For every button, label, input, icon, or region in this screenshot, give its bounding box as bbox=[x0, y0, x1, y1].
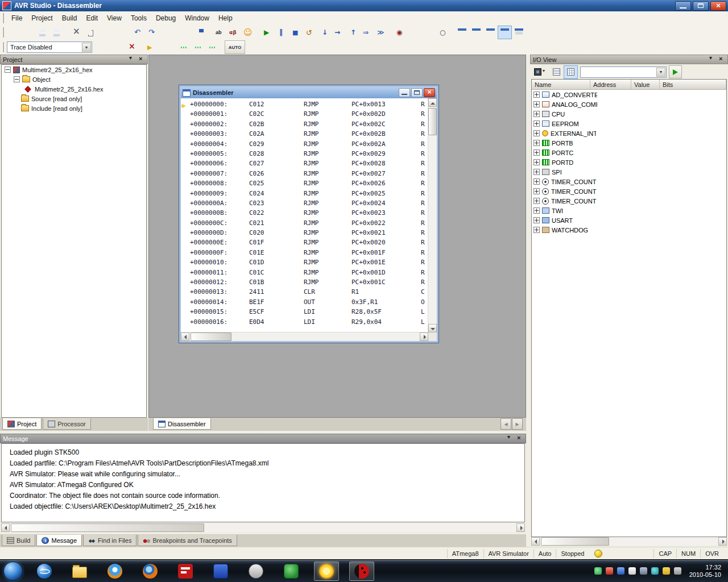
expand-icon[interactable] bbox=[533, 140, 540, 146]
scroll-left-button[interactable] bbox=[181, 332, 189, 341]
trace-on-button[interactable] bbox=[96, 40, 110, 54]
taskbar-media-player[interactable] bbox=[102, 562, 127, 581]
undo-button[interactable] bbox=[131, 26, 145, 39]
io-view-window-button[interactable] bbox=[498, 26, 512, 39]
tab-breakpoints-and-tracepoints[interactable]: Breakpoints and Tracepoints bbox=[138, 535, 237, 546]
disassembly-row[interactable]: +00000004: C029 RJMP PC+0x002A R bbox=[181, 139, 428, 149]
step-out-button[interactable] bbox=[345, 26, 359, 39]
save-button[interactable] bbox=[35, 26, 49, 39]
device-select-button[interactable] bbox=[531, 65, 549, 79]
scroll-up-button[interactable] bbox=[428, 98, 437, 107]
scroll-left-button[interactable] bbox=[531, 537, 540, 546]
project-panel-header[interactable]: Project bbox=[0, 55, 148, 64]
watch-symbols-button[interactable] bbox=[226, 26, 241, 39]
column-header[interactable]: Address bbox=[590, 80, 631, 89]
menu-item[interactable]: Build bbox=[57, 13, 82, 24]
taskbar-firefox[interactable] bbox=[138, 562, 163, 581]
taskbar-app-blue[interactable] bbox=[208, 562, 233, 581]
message-panel-header[interactable]: Message bbox=[0, 434, 526, 443]
toolbar-separator[interactable] bbox=[159, 26, 164, 39]
scrollbar-thumb[interactable] bbox=[191, 332, 231, 341]
menu-item[interactable]: Project bbox=[27, 13, 57, 24]
scrollbar-thumb[interactable] bbox=[11, 523, 204, 532]
tray-icon[interactable] bbox=[640, 567, 647, 575]
auto-button[interactable]: AUTO bbox=[225, 40, 245, 54]
chevron-down-icon[interactable] bbox=[82, 43, 91, 52]
scroll-left-button[interactable] bbox=[1, 523, 10, 532]
pause-button[interactable] bbox=[274, 26, 288, 39]
chevron-down-icon[interactable] bbox=[542, 68, 547, 76]
close-icon[interactable] bbox=[717, 56, 725, 63]
panel-splitter[interactable] bbox=[526, 55, 530, 546]
tab-processor[interactable]: Processor bbox=[43, 418, 91, 430]
disassembly-row[interactable]: +0000000E: C01F RJMP PC+0x0020 R bbox=[181, 238, 428, 247]
watch-window-button[interactable] bbox=[483, 26, 498, 39]
memory-window-button[interactable] bbox=[455, 26, 469, 39]
minimize-button[interactable] bbox=[675, 1, 691, 11]
io-item[interactable]: ANALOG_COMPA bbox=[532, 99, 726, 109]
open-file-button[interactable] bbox=[21, 26, 35, 39]
tray-icon[interactable] bbox=[651, 567, 659, 575]
minimize-button[interactable] bbox=[399, 88, 410, 97]
reset-button[interactable] bbox=[303, 26, 317, 39]
taskbar-clock[interactable]: 17:32 2010-05-10 bbox=[689, 564, 721, 579]
menu-item[interactable]: Tools bbox=[126, 13, 151, 24]
disassembly-row[interactable]: +00000001: C02C RJMP PC+0x002D R bbox=[181, 109, 428, 119]
collapse-icon[interactable] bbox=[14, 76, 20, 82]
disassembly-row[interactable]: +00000002: C02B RJMP PC+0x002C R bbox=[181, 119, 428, 129]
title-bar[interactable]: AVR Studio - Disassembler bbox=[0, 0, 728, 11]
save-all-button[interactable] bbox=[49, 26, 64, 39]
close-button[interactable] bbox=[710, 1, 726, 11]
taskbar-explorer[interactable] bbox=[67, 562, 92, 581]
expand-icon[interactable] bbox=[533, 92, 540, 98]
taskbar-avr-studio[interactable] bbox=[314, 562, 339, 581]
maximize-button[interactable] bbox=[693, 1, 709, 11]
scroll-down-button[interactable] bbox=[428, 324, 437, 332]
expand-icon[interactable] bbox=[533, 130, 540, 136]
expand-icon[interactable] bbox=[533, 188, 540, 194]
menu-item[interactable]: Edit bbox=[81, 13, 102, 24]
expand-icon[interactable] bbox=[533, 120, 540, 127]
tray-icon[interactable] bbox=[628, 567, 636, 575]
expand-icon[interactable] bbox=[533, 169, 540, 175]
io-item[interactable]: WATCHDOG bbox=[532, 225, 726, 235]
disassembly-listing[interactable]: +00000000: C012 RJMP PC+0x0013 R +000000… bbox=[181, 98, 437, 341]
column-header[interactable]: Bits bbox=[660, 80, 726, 89]
tab-project[interactable]: Project bbox=[2, 418, 42, 430]
scroll-right-button[interactable] bbox=[718, 537, 727, 546]
expand-icon[interactable] bbox=[533, 178, 540, 185]
tab-find-in-files[interactable]: Find in Files bbox=[83, 535, 136, 546]
find-button[interactable] bbox=[164, 26, 179, 39]
tab-message[interactable]: Message bbox=[36, 535, 82, 546]
disassembly-row[interactable]: +00000014: BE1F OUT 0x3F,R1 O bbox=[181, 297, 428, 307]
disassembly-row[interactable]: +00000012: C01B RJMP PC+0x001C R bbox=[181, 277, 428, 287]
menu-item[interactable]: View bbox=[102, 13, 126, 24]
toolbar-grip[interactable] bbox=[2, 42, 4, 52]
horizontal-scrollbar[interactable] bbox=[1, 523, 525, 532]
toggle-breakpoint-button[interactable] bbox=[393, 26, 407, 39]
bookmark-button[interactable] bbox=[193, 26, 207, 39]
menu-item[interactable]: Debug bbox=[151, 13, 180, 24]
previous-tab-icon[interactable] bbox=[500, 418, 511, 430]
disassembly-row[interactable]: +00000011: C01C RJMP PC+0x001D R bbox=[181, 268, 428, 277]
disassembly-row[interactable]: +0000000D: C020 RJMP PC+0x0021 R bbox=[181, 228, 428, 238]
run-button[interactable] bbox=[260, 26, 274, 39]
toolbar-separator[interactable] bbox=[207, 26, 212, 39]
taskbar-internet-explorer[interactable] bbox=[32, 562, 57, 581]
io-filter-combo[interactable] bbox=[580, 66, 667, 78]
disassembly-row[interactable]: +00000015: E5CF LDI R28,0x5F L bbox=[181, 307, 428, 317]
expand-icon[interactable] bbox=[533, 227, 540, 233]
toolbar-separator[interactable] bbox=[450, 26, 455, 39]
maximize-button[interactable] bbox=[411, 88, 423, 97]
io-item[interactable]: EXTERNAL_INT bbox=[532, 128, 726, 138]
taskbar-app-gray[interactable] bbox=[243, 562, 268, 581]
io-item[interactable]: TWI bbox=[532, 206, 726, 215]
start-button[interactable] bbox=[3, 562, 23, 581]
disassembly-row[interactable]: +00000005: C028 RJMP PC+0x0029 R bbox=[181, 149, 428, 159]
show-next-statement-button[interactable] bbox=[143, 40, 158, 54]
horizontal-scrollbar[interactable] bbox=[181, 332, 428, 341]
io-item[interactable]: PORTD bbox=[532, 157, 726, 167]
toolbar-separator[interactable] bbox=[388, 26, 393, 39]
scroll-right-button[interactable] bbox=[420, 332, 428, 341]
trace-combo[interactable]: Trace Disabled bbox=[7, 41, 92, 53]
